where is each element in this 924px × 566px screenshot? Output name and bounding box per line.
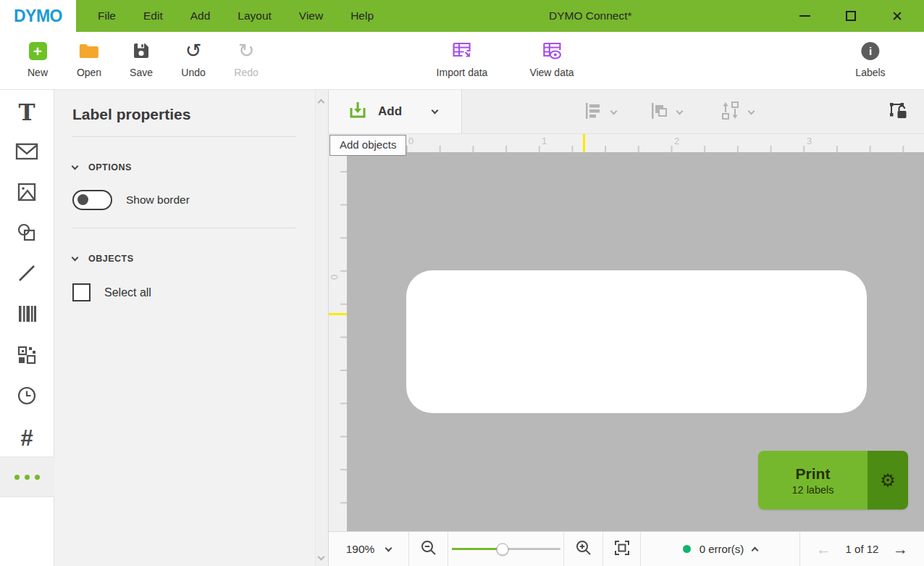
undo-label: Undo: [181, 67, 205, 78]
menu-add[interactable]: Add: [190, 9, 211, 22]
info-icon: i: [861, 42, 879, 60]
panel-scrollbar[interactable]: [315, 90, 328, 566]
arrange-dropdown[interactable]: [650, 90, 682, 134]
maximize-button[interactable]: [837, 5, 865, 27]
menu-view[interactable]: View: [299, 9, 323, 22]
select-all-label: Select all: [104, 286, 151, 299]
new-label: New: [28, 67, 48, 78]
design-canvas[interactable]: Print 12 labels ⚙: [347, 152, 924, 531]
print-settings-button[interactable]: ⚙: [868, 451, 908, 509]
window-controls: ✕: [791, 0, 924, 32]
chevron-down-icon: [432, 107, 439, 115]
zoom-out-icon: [420, 539, 437, 559]
toggle-knob: [77, 194, 88, 205]
align-icon: [584, 101, 602, 123]
unlock-icon: [889, 101, 908, 123]
more-tools-button[interactable]: [0, 457, 54, 497]
panel-title: Label properties: [72, 106, 296, 123]
menu-bar: File Edit Add Layout View Help: [76, 0, 374, 32]
errors-count-label: 0 error(s): [700, 543, 744, 555]
shape-tool-button[interactable]: [14, 221, 40, 247]
undo-button[interactable]: ↺ Undo: [181, 40, 205, 78]
zoom-in-icon: [575, 539, 592, 559]
previous-label-button[interactable]: ←: [816, 541, 831, 557]
chevron-down-icon: [385, 544, 392, 552]
date-time-tool-button[interactable]: [14, 384, 40, 410]
address-tool-button[interactable]: [14, 140, 40, 166]
zoom-level-value: 190%: [346, 543, 375, 556]
zoom-out-button[interactable]: [408, 532, 448, 566]
redo-button[interactable]: ↻ Redo: [234, 40, 258, 78]
menu-file[interactable]: File: [98, 9, 116, 22]
print-button[interactable]: Print 12 labels ⚙: [758, 451, 908, 509]
divider: [72, 136, 296, 137]
view-data-button[interactable]: View data: [529, 40, 574, 78]
qrcode-tool-button[interactable]: [14, 344, 40, 370]
lock-objects-button[interactable]: [889, 90, 908, 134]
open-button[interactable]: Open: [77, 40, 101, 78]
next-label-button[interactable]: →: [893, 541, 908, 557]
ruler-number: 2: [674, 136, 679, 146]
show-border-toggle[interactable]: [72, 190, 112, 210]
dymo-connect-window: DYMO File Edit Add Layout View Help DYMO…: [0, 0, 924, 566]
counter-tool-button[interactable]: #: [14, 425, 40, 451]
arrange-layers-icon: [650, 101, 668, 123]
distribute-dropdown[interactable]: [720, 90, 754, 134]
minimize-button[interactable]: [791, 5, 818, 27]
menu-edit[interactable]: Edit: [143, 9, 163, 22]
print-button-main[interactable]: Print 12 labels: [758, 451, 868, 509]
barcode-tool-button[interactable]: [14, 302, 40, 328]
status-bar: 190%: [329, 531, 924, 566]
image-tool-button[interactable]: [14, 180, 40, 207]
scroll-down-icon[interactable]: [318, 554, 325, 561]
slider-track[interactable]: [452, 548, 560, 550]
save-floppy-icon: [132, 40, 151, 62]
zoom-slider[interactable]: [448, 532, 563, 566]
main-toolbar: + New Open Save ↺ Undo ↻ Redo: [0, 32, 924, 90]
redo-label: Redo: [234, 67, 258, 78]
scroll-up-icon[interactable]: [318, 99, 325, 107]
import-data-button[interactable]: Import data: [437, 40, 488, 78]
labels-label: Labels: [855, 67, 885, 78]
ruler-number: 1: [542, 136, 547, 146]
zoom-in-button[interactable]: [563, 532, 602, 566]
save-button[interactable]: Save: [130, 40, 153, 78]
chevron-down-icon: [748, 107, 755, 115]
open-folder-icon: [78, 40, 100, 62]
vertical-ruler: 0: [329, 152, 347, 531]
errors-status[interactable]: 0 error(s): [640, 532, 799, 566]
open-label: Open: [77, 67, 101, 78]
cursor-position-marker: [583, 134, 585, 152]
select-all-checkbox[interactable]: [72, 283, 91, 301]
text-tool-icon: T: [18, 101, 35, 124]
options-section-header[interactable]: OPTIONS: [72, 162, 296, 172]
ruler-number: 0: [408, 136, 413, 146]
menu-layout[interactable]: Layout: [238, 9, 272, 22]
maximize-icon: [846, 11, 856, 21]
zoom-level-dropdown[interactable]: 190%: [329, 532, 408, 566]
close-button[interactable]: ✕: [883, 5, 911, 27]
view-data-label: View data: [529, 67, 574, 78]
ruler-number: 3: [807, 136, 812, 146]
labels-button[interactable]: i Labels: [855, 40, 885, 78]
text-tool-button[interactable]: T: [14, 99, 40, 125]
slider-fill: [452, 548, 503, 550]
redo-icon: ↻: [238, 41, 255, 61]
import-data-label: Import data: [437, 67, 488, 78]
add-objects-button[interactable]: Add: [329, 90, 462, 133]
view-data-icon: [541, 40, 563, 62]
align-dropdown[interactable]: [584, 90, 616, 134]
label-pager: ← 1 of 12 →: [799, 532, 924, 566]
line-icon: [17, 263, 37, 286]
slider-thumb[interactable]: [497, 543, 509, 555]
objects-section-header[interactable]: OBJECTS: [72, 254, 296, 264]
label-surface[interactable]: [406, 270, 867, 413]
line-tool-button[interactable]: [14, 262, 40, 288]
page-indicator: 1 of 12: [846, 543, 879, 555]
dymo-logo-text: DYMO: [14, 7, 62, 26]
menu-help[interactable]: Help: [350, 9, 374, 22]
objects-header-label: OBJECTS: [88, 254, 134, 264]
add-label: Add: [378, 104, 402, 119]
new-button[interactable]: + New: [28, 40, 48, 78]
fit-to-window-button[interactable]: [602, 532, 640, 566]
